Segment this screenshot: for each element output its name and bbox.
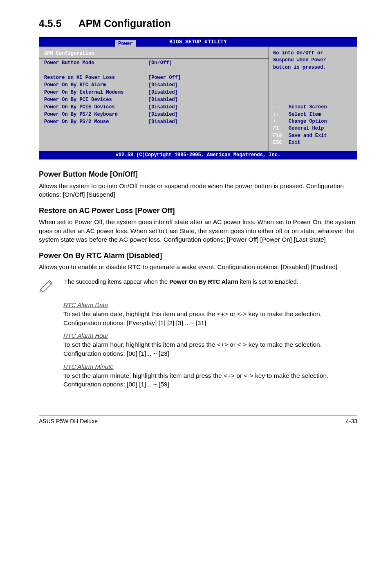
sub-block-rtc-hour: RTC Alarm Hour To set the alarm hour, hi… bbox=[39, 331, 357, 358]
paragraph: When set to Power Off, the system goes i… bbox=[39, 218, 357, 244]
bios-setting-label: Restore on AC Power Loss bbox=[44, 74, 148, 81]
bios-setting-label: Power On By PCI Devices bbox=[44, 96, 148, 103]
subheading-restore-ac: Restore on AC Power Loss [Power Off] bbox=[39, 206, 357, 216]
bios-setting-row: Power On By PCI Devices[Disabled] bbox=[44, 96, 264, 103]
subheading-rtc-alarm: Power On By RTC Alarm [Disabled] bbox=[39, 251, 357, 261]
bios-left-pane: APM Configuration Power Button Mode[On/O… bbox=[39, 47, 269, 151]
section-title-text: APM Configuration bbox=[78, 18, 171, 29]
bios-context-help: Go into On/Off or Suspend when Power but… bbox=[273, 50, 353, 71]
bios-tab: Power bbox=[115, 40, 136, 47]
bios-setting-label: Power On By PS/2 Mouse bbox=[44, 118, 148, 126]
bios-setting-value: [Disabled] bbox=[148, 111, 178, 118]
bios-help-desc: Save and Exit bbox=[289, 133, 327, 139]
bios-setting-label: Power On By PCIE Devices bbox=[44, 103, 148, 111]
bios-help-row: F1General Help bbox=[273, 125, 353, 132]
section-number: 4.5.5 bbox=[39, 16, 62, 31]
bios-help-key: ↑↓ bbox=[273, 111, 289, 118]
note-pencil-icon bbox=[39, 278, 56, 294]
bios-help-key: F1 bbox=[273, 125, 289, 132]
bios-setting-row: Power On By PCIE Devices[Disabled] bbox=[44, 103, 264, 111]
paragraph: To set the alarm minute, highlight this … bbox=[63, 371, 357, 389]
bios-help-row: +-Change Option bbox=[273, 118, 353, 125]
bios-setting-label bbox=[44, 67, 148, 74]
sub-block-rtc-date: RTC Alarm Date To set the alarm date, hi… bbox=[39, 301, 357, 327]
bios-help-desc: Exit bbox=[289, 140, 300, 146]
bios-setting-row: Restore on AC Power Loss[Power Off] bbox=[44, 74, 264, 81]
bios-setup-panel: BIOS SETUP UTILITY Power APM Configurati… bbox=[39, 37, 357, 159]
bios-setting-row: Power Button Mode[On/Off] bbox=[44, 59, 264, 67]
bios-setting-label: Power Button Mode bbox=[44, 59, 148, 67]
bios-help-key: ←→ bbox=[273, 104, 289, 111]
page-footer: ASUS P5W DH Deluxe 4-33 bbox=[39, 415, 357, 426]
bios-help-row: ESCExit bbox=[273, 139, 353, 146]
bios-setting-value: [Power Off] bbox=[148, 74, 181, 81]
bios-setting-value: [On/Off] bbox=[148, 59, 172, 67]
bios-setting-value: [Disabled] bbox=[148, 89, 178, 96]
bios-setting-label: Power On By PS/2 Keyboard bbox=[44, 111, 148, 118]
footer-left: ASUS P5W DH Deluxe bbox=[39, 417, 98, 426]
bios-title: BIOS SETUP UTILITY bbox=[169, 38, 226, 46]
bios-help-row: F10Save and Exit bbox=[273, 132, 353, 139]
bios-key-help: ←→Select Screen↑↓Select Item+-Change Opt… bbox=[273, 104, 353, 146]
bios-help-desc: General Help bbox=[289, 126, 324, 131]
bios-help-key: +- bbox=[273, 118, 289, 125]
paragraph: Allows you to enable or disable RTC to g… bbox=[39, 263, 357, 272]
bios-help-desc: Select Screen bbox=[289, 104, 327, 110]
bios-help-key: ESC bbox=[273, 139, 289, 146]
bios-footer: v02.58 (C)Copyright 1985-2005, American … bbox=[39, 151, 357, 159]
bios-right-pane: Go into On/Off or Suspend when Power but… bbox=[269, 47, 357, 151]
bios-setting-row: Power On By External Modems[Disabled] bbox=[44, 89, 264, 96]
bios-setting-value: [Disabled] bbox=[148, 103, 178, 111]
sub-block-rtc-minute: RTC Alarm Minute To set the alarm minute… bbox=[39, 362, 357, 389]
note-text: The succeeding items appear when the Pow… bbox=[64, 278, 298, 286]
footer-right: 4-33 bbox=[346, 417, 357, 426]
section-heading: 4.5.5 APM Configuration bbox=[39, 16, 357, 31]
sub-title: RTC Alarm Minute bbox=[63, 362, 114, 371]
paragraph: To set the alarm date, highlight this it… bbox=[63, 310, 357, 327]
paragraph: To set the alarm hour, highlight this it… bbox=[63, 340, 357, 358]
bios-config-header: APM Configuration bbox=[44, 50, 264, 57]
bios-setting-row: Power On By PS/2 Mouse[Disabled] bbox=[44, 118, 264, 126]
bios-setting-row bbox=[44, 67, 264, 74]
bios-help-desc: Change Option bbox=[289, 119, 327, 124]
bios-setting-value bbox=[148, 67, 151, 74]
sub-title: RTC Alarm Hour bbox=[63, 331, 108, 340]
paragraph: Allows the system to go into On/Off mode… bbox=[39, 182, 357, 199]
bios-setting-row: Power On By PS/2 Keyboard[Disabled] bbox=[44, 111, 264, 118]
bios-setting-label: Power On By RTC Alarm bbox=[44, 81, 148, 89]
bios-setting-value: [Disabled] bbox=[148, 96, 178, 103]
note-box: The succeeding items appear when the Pow… bbox=[39, 275, 357, 297]
bios-setting-value: [Disabled] bbox=[148, 118, 178, 126]
bios-help-row: ↑↓Select Item bbox=[273, 111, 353, 118]
bios-setting-label: Power On By External Modems bbox=[44, 89, 148, 96]
bios-title-bar: BIOS SETUP UTILITY Power bbox=[39, 38, 357, 47]
divider bbox=[39, 58, 269, 58]
bios-help-desc: Select Item bbox=[289, 112, 321, 117]
bios-setting-value: [Disabled] bbox=[148, 81, 178, 89]
bios-help-row: ←→Select Screen bbox=[273, 104, 353, 111]
sub-title: RTC Alarm Date bbox=[63, 301, 108, 309]
bios-setting-row: Power On By RTC Alarm[Disabled] bbox=[44, 81, 264, 89]
subheading-power-button-mode: Power Button Mode [On/Off] bbox=[39, 169, 357, 180]
bios-help-key: F10 bbox=[273, 132, 289, 139]
